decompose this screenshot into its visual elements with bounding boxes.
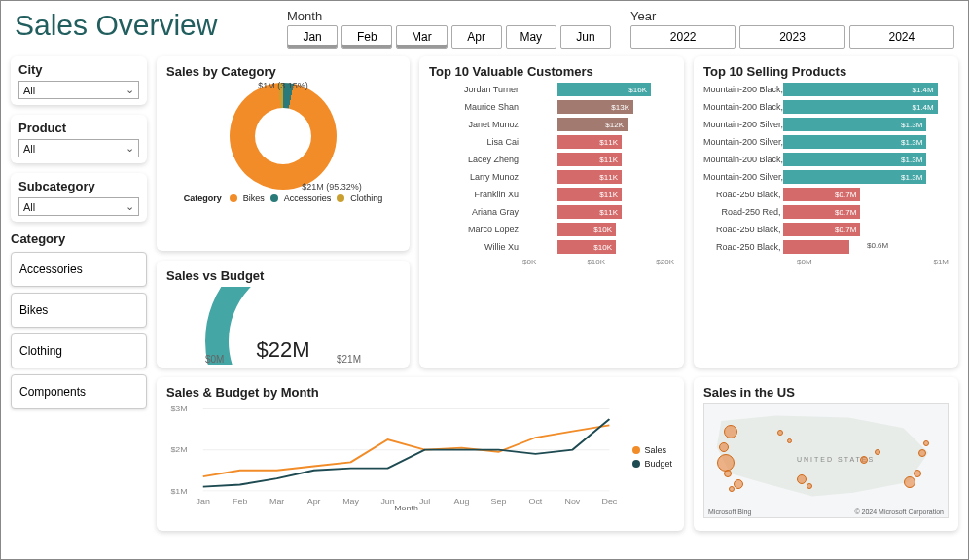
- line-legend: SalesBudget: [632, 445, 672, 469]
- bar-label: Road-250 Black, 44: [703, 242, 793, 252]
- gauge-max: $21M: [337, 354, 361, 365]
- svg-text:May: May: [342, 497, 360, 505]
- bar-fill: $0.7M: [783, 188, 860, 201]
- year-button-2023[interactable]: 2023: [739, 25, 844, 49]
- bar-fill: [783, 240, 849, 254]
- sales-by-category-card[interactable]: Sales by Category $1M (3.15%) $21M (95.3…: [157, 56, 410, 251]
- month-button-feb[interactable]: Feb: [341, 25, 392, 49]
- sales-budget-month-card[interactable]: Sales & Budget by Month $3M$2M$1MJanFebM…: [157, 377, 684, 531]
- gauge-title: Sales vs Budget: [166, 268, 400, 283]
- bar-fill: $1.4M: [783, 83, 938, 96]
- bar-row: Mountain-200 Silver, 38$1.3M: [703, 118, 949, 131]
- bar-row: Janet Munoz$12K: [429, 118, 674, 131]
- sales-map-card[interactable]: Sales in the US UNITED STATES Microsoft …: [694, 377, 958, 531]
- year-slicer-label: Year: [630, 9, 954, 23]
- month-button-jan[interactable]: Jan: [287, 25, 338, 49]
- customers-title: Top 10 Valuable Customers: [429, 64, 674, 79]
- bar-label: Road-250 Red, 58: [703, 207, 793, 217]
- bar-fill: $16K: [557, 83, 651, 96]
- category-button-components[interactable]: Components: [11, 374, 147, 409]
- top-customers-card[interactable]: Top 10 Valuable Customers Jordan Turner$…: [419, 56, 684, 368]
- svg-text:Dec: Dec: [601, 497, 617, 505]
- bar-label: Maurice Shan: [429, 102, 519, 112]
- legend-swatch: [230, 194, 237, 202]
- gauge-chart: $22M $0M $21M: [205, 287, 361, 365]
- bar-fill: $11K: [557, 170, 622, 184]
- chevron-down-icon: [126, 200, 134, 213]
- bar-row: Road-250 Black, 44$0.6M: [703, 240, 949, 254]
- bar-label: Mountain-200 Black, 42: [703, 102, 793, 112]
- year-button-2024[interactable]: 2024: [849, 25, 954, 49]
- year-slicer[interactable]: 202220232024: [630, 25, 954, 49]
- svg-text:Jul: Jul: [419, 497, 431, 505]
- svg-text:Apr: Apr: [307, 497, 321, 505]
- bar-row: Mountain-200 Silver, 42$1.3M: [703, 170, 949, 184]
- bar-fill: $1.3M: [783, 170, 926, 184]
- month-slicer-label: Month: [287, 9, 611, 23]
- top-products-card[interactable]: Top 10 Selling Products Mountain-200 Bla…: [694, 56, 958, 368]
- city-select-value: All: [23, 85, 35, 96]
- bar-label: Mountain-200 Black, 38: [703, 155, 793, 164]
- bar-fill: $10K: [557, 240, 616, 254]
- bar-row: Larry Munoz$11K: [429, 170, 674, 184]
- month-button-jun[interactable]: Jun: [560, 25, 611, 49]
- category-button-clothing[interactable]: Clothing: [11, 333, 147, 368]
- bar-fill: $13K: [557, 100, 633, 114]
- svg-text:Month: Month: [394, 505, 418, 510]
- map-bubble: [797, 474, 807, 484]
- subcategory-select[interactable]: All: [18, 197, 139, 216]
- bar-row: Mountain-200 Silver, 46$1.3M: [703, 135, 949, 149]
- bar-label: Mountain-200 Silver, 46: [703, 137, 793, 147]
- line-chart: $3M$2M$1MJanFebMarAprMayJunJulAugSepOctN…: [166, 403, 674, 510]
- bar-row: Road-250 Black, 52$0.7M: [703, 188, 949, 201]
- bar-label: Jordan Turner: [429, 85, 519, 94]
- product-select-value: All: [23, 143, 35, 155]
- year-button-2022[interactable]: 2022: [630, 25, 736, 49]
- product-select[interactable]: All: [18, 139, 139, 158]
- svg-text:$3M: $3M: [170, 405, 187, 413]
- map-title: Sales in the US: [703, 385, 949, 400]
- bar-fill: $1.4M: [783, 100, 938, 114]
- bar-fill: $11K: [557, 153, 622, 166]
- svg-text:Aug: Aug: [454, 497, 470, 505]
- page-title: Sales Overview: [15, 9, 268, 42]
- donut-legend: Category BikesAccessoriesClothing: [166, 193, 400, 203]
- month-button-apr[interactable]: Apr: [451, 25, 502, 49]
- map-bubble: [734, 479, 743, 489]
- map-bubble: [724, 470, 732, 477]
- bar-label: Road-250 Black, 48: [703, 225, 793, 234]
- svg-text:$2M: $2M: [170, 446, 187, 454]
- month-button-mar[interactable]: Mar: [396, 25, 447, 49]
- city-select[interactable]: All: [18, 81, 139, 99]
- bar-fill: $0.7M: [783, 205, 860, 219]
- category-button-accessories[interactable]: Accessories: [11, 252, 147, 287]
- bar-row: Mountain-200 Black, 38$1.3M: [703, 153, 949, 166]
- category-button-bikes[interactable]: Bikes: [11, 293, 147, 328]
- svg-text:Jan: Jan: [197, 497, 210, 505]
- bar-label: Willie Xu: [429, 242, 519, 252]
- chevron-down-icon: [126, 142, 134, 155]
- svg-text:Jun: Jun: [380, 497, 394, 505]
- month-button-may[interactable]: May: [506, 25, 556, 49]
- bar-label: Franklin Xu: [429, 190, 519, 199]
- city-filter-card: City All: [11, 56, 147, 105]
- sales-vs-budget-card[interactable]: Sales vs Budget $22M $0M $21M: [157, 261, 410, 368]
- chevron-down-icon: [126, 84, 134, 96]
- donut-title: Sales by Category: [166, 64, 400, 79]
- category-filter-label: Category: [11, 231, 147, 246]
- bar-fill: $11K: [557, 135, 622, 149]
- bar-row: Franklin Xu$11K: [429, 188, 674, 201]
- month-slicer[interactable]: JanFebMarAprMayJun: [287, 25, 611, 49]
- line-title: Sales & Budget by Month: [166, 385, 674, 400]
- bar-label: Larry Munoz: [429, 172, 519, 182]
- bar-row: Lacey Zheng$11K: [429, 153, 674, 166]
- bar-label: Mountain-200 Black, 46: [703, 85, 793, 94]
- subcategory-select-value: All: [23, 201, 35, 213]
- us-map[interactable]: UNITED STATES Microsoft Bing © 2024 Micr…: [703, 403, 949, 518]
- bar-label: Lacey Zheng: [429, 155, 519, 164]
- map-provider: Microsoft Bing: [708, 508, 751, 515]
- bar-fill: $10K: [557, 223, 616, 236]
- bar-row: Ariana Gray$11K: [429, 205, 674, 219]
- map-bubble: [923, 440, 929, 446]
- bar-fill: $1.3M: [783, 135, 926, 149]
